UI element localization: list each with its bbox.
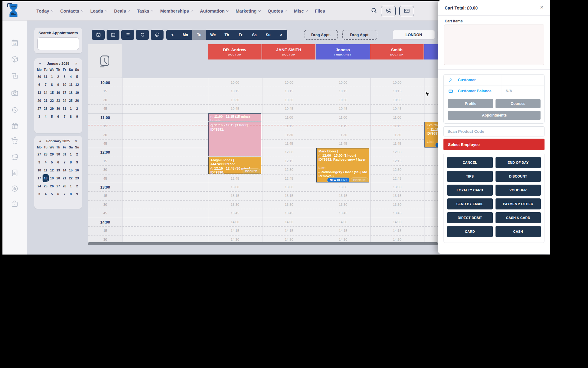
- calendar-day[interactable]: 13: [55, 166, 62, 174]
- calendar-day[interactable]: 9: [74, 158, 80, 166]
- payment-button-direct-debit[interactable]: DIRECT DEBIT: [447, 212, 493, 223]
- calendar-prev-icon[interactable]: «: [39, 61, 42, 66]
- day-tab-th[interactable]: Th: [220, 30, 234, 40]
- payment-button-payment-other[interactable]: PAYMENT: OTHER: [496, 198, 541, 209]
- time-slot[interactable]: 10:00: [424, 81, 438, 84]
- day-prev-button[interactable]: <: [166, 30, 179, 40]
- time-slot[interactable]: 12:45: [262, 177, 316, 180]
- courses-button[interactable]: Courses: [496, 99, 541, 108]
- calendar-day[interactable]: 27: [36, 105, 43, 113]
- calendar-day[interactable]: 7: [61, 113, 68, 121]
- calendar-next-icon[interactable]: »: [74, 61, 78, 66]
- calendar-day[interactable]: 7: [61, 190, 68, 198]
- calendar-day[interactable]: 30: [36, 73, 43, 81]
- time-slot[interactable]: 14:00: [208, 220, 262, 224]
- calendar-prev-icon[interactable]: «: [39, 139, 42, 143]
- calendar-day[interactable]: 28: [43, 150, 49, 158]
- payment-button-loyalty-card[interactable]: LOYALTY CARD: [447, 185, 493, 196]
- time-slot[interactable]: 14:15: [370, 229, 424, 232]
- customer-row-balance[interactable]: Customer BalanceN/A: [444, 86, 544, 97]
- payment-button-cancel[interactable]: CANCEL: [447, 157, 493, 168]
- calendar-day[interactable]: 27: [55, 182, 62, 190]
- time-slot[interactable]: 12:15: [424, 159, 438, 163]
- calendar-day[interactable]: 20: [55, 174, 62, 182]
- time-slot[interactable]: 10:30: [370, 98, 424, 102]
- calendar-day[interactable]: 4: [43, 158, 49, 166]
- payment-button-send-by-email[interactable]: SEND BY EMAIL: [447, 198, 493, 209]
- time-slot[interactable]: 11:45: [370, 142, 424, 145]
- time-slot[interactable]: 13:00: [208, 185, 262, 189]
- package-icon[interactable]: [9, 54, 20, 64]
- nav-item-memberships[interactable]: Memberships: [160, 9, 192, 13]
- calendar-day[interactable]: 17: [36, 174, 43, 182]
- time-slot[interactable]: 14:30: [370, 238, 424, 241]
- nav-item-today[interactable]: Today: [36, 9, 53, 13]
- time-slot[interactable]: 13:30: [208, 203, 262, 206]
- calendar-day[interactable]: 7: [61, 158, 68, 166]
- time-slot[interactable]: 13:15: [316, 194, 370, 197]
- calendar-day[interactable]: 2: [74, 150, 80, 158]
- calendar-day[interactable]: 2: [74, 182, 80, 190]
- time-slot[interactable]: 14:00: [262, 220, 316, 224]
- calendar-day[interactable]: 4: [68, 73, 74, 81]
- calendar-day[interactable]: 30: [55, 150, 62, 158]
- time-slot[interactable]: 11:45: [316, 142, 370, 145]
- time-slot[interactable]: 14:00: [424, 220, 438, 224]
- calendar-day[interactable]: 17: [61, 89, 68, 97]
- time-slot[interactable]: 13:00: [316, 185, 370, 189]
- mail-button[interactable]: [399, 6, 414, 16]
- calendar-day[interactable]: 30: [55, 105, 62, 113]
- time-slot[interactable]: 10:30: [316, 98, 370, 102]
- history-icon[interactable]: [9, 105, 20, 115]
- drag-appt-button-2[interactable]: Drag Appt.: [342, 30, 377, 40]
- time-slot[interactable]: 12:30: [370, 168, 424, 171]
- time-slot[interactable]: 14:30: [316, 238, 370, 241]
- appointment-block[interactable]: Mark Borer |◷12:00 - 13:00 (1 hour)ID#93…: [316, 148, 369, 182]
- time-slot[interactable]: 13:15: [424, 194, 438, 197]
- location-select[interactable]: LONDON: [393, 30, 435, 40]
- calendar-day[interactable]: 29: [49, 150, 55, 158]
- appointment-block[interactable]: Eva Cartwright |◷11:15 - 12:00 (45 mins)…: [424, 122, 438, 148]
- time-slot[interactable]: 11:45: [262, 142, 316, 145]
- calendar-day[interactable]: 10: [61, 81, 68, 89]
- nav-item-automation[interactable]: Automation: [200, 9, 228, 13]
- phone-button[interactable]: [381, 6, 396, 16]
- calendar-day[interactable]: 1: [68, 150, 74, 158]
- nav-item-quotes[interactable]: Quotes: [268, 9, 287, 13]
- calendar-day[interactable]: 12: [74, 81, 80, 89]
- time-slot[interactable]: 14:00: [316, 220, 370, 224]
- time-slot[interactable]: 13:30: [424, 203, 438, 206]
- calendar-day[interactable]: 26: [74, 97, 80, 105]
- select-employee-button[interactable]: Select Employee: [443, 139, 545, 150]
- camera-icon[interactable]: [9, 88, 20, 98]
- payment-hand-icon[interactable]: [9, 152, 20, 163]
- calendar-day[interactable]: 27: [36, 150, 43, 158]
- calendar-day[interactable]: 1: [49, 73, 55, 81]
- time-slot[interactable]: 13:15: [262, 194, 316, 197]
- staff-column-header[interactable]: DR. AndrewDOCTOR: [208, 44, 262, 59]
- time-slot[interactable]: 11:30: [262, 133, 316, 137]
- time-slot[interactable]: 12:00: [262, 150, 316, 154]
- calendar-day[interactable]: 6: [55, 190, 62, 198]
- scan-product-code-input[interactable]: [443, 126, 545, 136]
- app-logo-icon[interactable]: [7, 3, 20, 20]
- calendar-day[interactable]: 5: [49, 113, 55, 121]
- time-slot[interactable]: 13:15: [370, 194, 424, 197]
- calendar-day[interactable]: 9: [74, 190, 80, 198]
- time-slot[interactable]: 11:00: [262, 116, 316, 119]
- payment-button-voucher[interactable]: VOUCHER: [496, 185, 541, 196]
- time-slot[interactable]: 14:15: [424, 229, 438, 232]
- briefcase-icon[interactable]: [9, 198, 20, 209]
- calendar-day[interactable]: 11: [68, 81, 74, 89]
- calendar-day[interactable]: 6: [55, 113, 62, 121]
- appointment-block[interactable]: ◷11:15 - 12:15 (1 hour)ID#9391:: [208, 122, 261, 156]
- calendar-day[interactable]: 19: [49, 174, 55, 182]
- copy-icon[interactable]: [9, 71, 20, 81]
- calendar-day[interactable]: 23: [74, 174, 80, 182]
- calendar-next-icon[interactable]: »: [74, 139, 78, 143]
- calendar-day[interactable]: 8: [68, 158, 74, 166]
- day-tab-we[interactable]: We: [206, 30, 220, 40]
- calendar-day[interactable]: 16: [55, 89, 62, 97]
- gift-icon[interactable]: [9, 121, 20, 131]
- calendar-day[interactable]: 7: [43, 81, 49, 89]
